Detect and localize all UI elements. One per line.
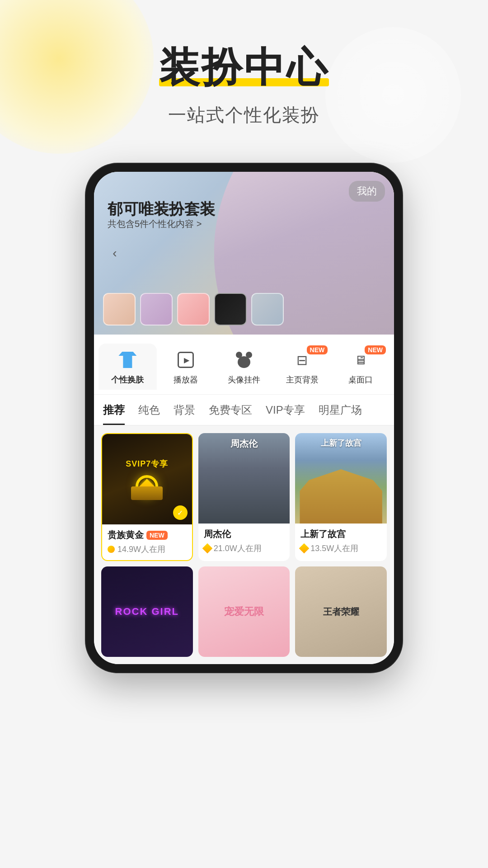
skin-card-info-gugong: 上新了故宫 13.5W人在用 bbox=[295, 524, 387, 559]
my-button[interactable]: 我的 bbox=[349, 181, 385, 202]
svip-label: SVIP7专享 bbox=[126, 458, 168, 469]
skin-card-info-svip: 贵族黄金 NEW 14.9W人在用 bbox=[102, 524, 192, 560]
phone-screen: ‹ 我的 郁可唯装扮套装 共包含5件个性化内容 > 个 bbox=[94, 172, 394, 664]
jay-label: 周杰伦 bbox=[230, 438, 258, 450]
skin-card-jay[interactable]: 周杰伦 周杰伦 21.0W人在用 bbox=[198, 433, 290, 561]
skin-image-gugong: 上新了故宫 bbox=[295, 433, 387, 524]
hero-subtitle: 共包含5件个性化内容 > bbox=[108, 218, 202, 230]
hero-banner: ‹ 我的 郁可唯装扮套装 共包含5件个性化内容 > bbox=[94, 172, 394, 335]
filter-background[interactable]: 背景 bbox=[174, 403, 195, 425]
coin-icon bbox=[108, 546, 115, 553]
skin-card-wang[interactable]: 王者荣耀 bbox=[295, 566, 387, 657]
skin-users-gugong: 13.5W人在用 bbox=[300, 543, 381, 554]
rock-label: ROCK GIRL bbox=[115, 606, 179, 618]
new-badge-homebg: NEW bbox=[307, 345, 328, 354]
skin-name-jay: 周杰伦 bbox=[204, 528, 231, 540]
header-section: 装扮中心 一站式个性化装扮 bbox=[0, 0, 488, 146]
page-subtitle: 一站式个性化装扮 bbox=[0, 103, 488, 127]
skin-name-row-jay: 周杰伦 bbox=[204, 528, 285, 540]
player-icon bbox=[174, 348, 197, 372]
wang-label: 王者荣耀 bbox=[323, 606, 359, 618]
skin-image-jay: 周杰伦 bbox=[198, 433, 290, 524]
hero-thumbnails bbox=[103, 293, 284, 326]
hero-thumb-1[interactable] bbox=[103, 293, 136, 326]
skin-card-rock[interactable]: ROCK GIRL bbox=[101, 566, 193, 657]
user-count-svip: 14.9W人在用 bbox=[117, 544, 165, 555]
phone-container: ‹ 我的 郁可唯装扮套装 共包含5件个性化内容 > 个 bbox=[0, 164, 488, 672]
skin-name-row-gugong: 上新了故宫 bbox=[300, 528, 381, 540]
skin-card-svip[interactable]: SVIP7专享 ✓ 贵族黄金 NEW bbox=[101, 433, 193, 561]
category-tabs: 个性换肤 播放器 头像挂件 NEW bbox=[94, 335, 394, 395]
skin-name-row-svip: 贵族黄金 NEW bbox=[108, 529, 187, 541]
diamond-icon-gugong bbox=[299, 543, 310, 554]
cat-label-skin: 个性换肤 bbox=[111, 374, 144, 385]
filter-solid[interactable]: 纯色 bbox=[138, 403, 160, 425]
user-count-gugong: 13.5W人在用 bbox=[310, 543, 358, 554]
page-title: 装扮中心 bbox=[159, 45, 329, 90]
back-button[interactable]: ‹ bbox=[105, 243, 125, 263]
skin-card-info-jay: 周杰伦 21.0W人在用 bbox=[198, 524, 290, 559]
skin-image-svip: SVIP7专享 ✓ bbox=[102, 434, 192, 524]
cat-label-desktop: 桌面口 bbox=[348, 374, 373, 385]
user-count-jay: 21.0W人在用 bbox=[214, 543, 262, 554]
cat-tab-homebg[interactable]: NEW ⊟ 主页背景 bbox=[273, 344, 331, 390]
cat-tab-desktop[interactable]: NEW 🖥 桌面口 bbox=[331, 344, 389, 390]
hero-thumb-5[interactable] bbox=[251, 293, 284, 326]
filter-recommend[interactable]: 推荐 bbox=[103, 403, 125, 425]
hero-title: 郁可唯装扮套装 bbox=[108, 199, 215, 220]
filter-vip[interactable]: VIP专享 bbox=[266, 403, 305, 425]
shirt-icon bbox=[116, 348, 139, 372]
hero-thumb-2[interactable] bbox=[140, 293, 173, 326]
cat-label-homebg: 主页背景 bbox=[286, 374, 319, 385]
skin-name-gugong: 上新了故宫 bbox=[300, 528, 346, 540]
content-grid: SVIP7专享 ✓ 贵族黄金 NEW bbox=[94, 426, 394, 664]
mickey-icon bbox=[232, 348, 256, 372]
skin-image-rock: ROCK GIRL bbox=[101, 566, 193, 657]
skin-name-svip: 贵族黄金 bbox=[108, 529, 144, 541]
cat-tab-skin[interactable]: 个性换肤 bbox=[99, 344, 157, 390]
filter-free[interactable]: 免费专区 bbox=[209, 403, 252, 425]
skin-image-pet: 宠爱无限 bbox=[198, 566, 290, 657]
filter-tabs: 推荐 纯色 背景 免费专区 VIP专享 明星广场 bbox=[94, 395, 394, 426]
cat-tab-avatar[interactable]: 头像挂件 bbox=[215, 344, 273, 390]
new-badge-desktop: NEW bbox=[365, 345, 386, 354]
pet-label: 宠爱无限 bbox=[224, 605, 264, 618]
phone-frame: ‹ 我的 郁可唯装扮套装 共包含5件个性化内容 > 个 bbox=[86, 164, 402, 672]
skin-users-svip: 14.9W人在用 bbox=[108, 544, 187, 555]
cat-tab-player[interactable]: 播放器 bbox=[157, 344, 215, 390]
cat-label-avatar: 头像挂件 bbox=[228, 374, 260, 385]
skin-users-jay: 21.0W人在用 bbox=[204, 543, 285, 554]
gugong-label: 上新了故宫 bbox=[321, 438, 361, 448]
gugong-building bbox=[295, 469, 387, 524]
svip-crown bbox=[129, 473, 165, 500]
diamond-icon-jay bbox=[202, 543, 212, 554]
hero-thumb-4[interactable] bbox=[214, 293, 247, 326]
filter-star[interactable]: 明星广场 bbox=[319, 403, 362, 425]
skin-card-pet[interactable]: 宠爱无限 bbox=[198, 566, 290, 657]
hero-thumb-3[interactable] bbox=[177, 293, 210, 326]
skin-card-gugong[interactable]: 上新了故宫 上新了故宫 13.5W人在用 bbox=[295, 433, 387, 561]
new-tag-svip: NEW bbox=[146, 531, 168, 540]
cat-label-player: 播放器 bbox=[174, 374, 198, 385]
check-badge: ✓ bbox=[173, 505, 188, 520]
skin-image-wang: 王者荣耀 bbox=[295, 566, 387, 657]
